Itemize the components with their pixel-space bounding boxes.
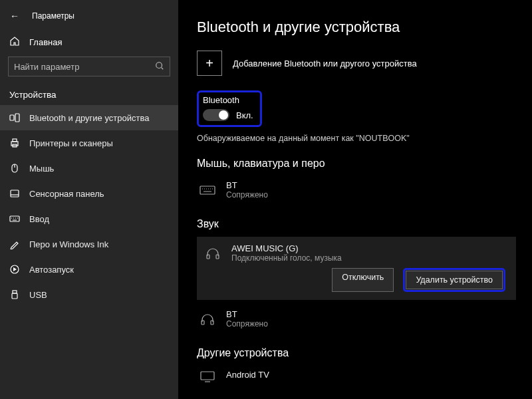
search-input[interactable]: Найти параметр xyxy=(8,57,170,76)
section-heading: Мышь, клавиатура и перо xyxy=(197,158,516,170)
svg-rect-8 xyxy=(10,216,19,221)
svg-rect-10 xyxy=(13,291,17,293)
pen-icon xyxy=(9,239,20,249)
device-row-keyboard[interactable]: BT Сопряжено xyxy=(197,176,516,203)
keyboard-icon xyxy=(9,213,20,224)
nav-typing[interactable]: Ввод xyxy=(0,206,178,231)
search-placeholder: Найти параметр xyxy=(14,62,79,72)
svg-rect-17 xyxy=(201,372,214,380)
section-sound: Звук AWEI MUSIC (G) Подключенный голос, … xyxy=(197,218,516,332)
nav-item-label: Перо и Windows Ink xyxy=(29,239,108,249)
toggle-knob xyxy=(219,110,228,120)
home-icon xyxy=(9,36,20,49)
nav-item-label: Мышь xyxy=(29,164,54,174)
nav-usb[interactable]: USB xyxy=(0,282,178,307)
nav-item-label: Ввод xyxy=(29,214,49,224)
headphones-icon xyxy=(203,247,222,260)
window-header: ← Параметры xyxy=(0,5,178,31)
search-icon xyxy=(155,61,164,72)
plus-icon: + xyxy=(205,56,213,71)
printer-icon xyxy=(9,138,20,148)
device-name: BT xyxy=(226,180,268,190)
bluetooth-toggle-block: Bluetooth Вкл. xyxy=(197,90,262,127)
main-content: Bluetooth и другие устройства + Добавлен… xyxy=(178,0,532,399)
svg-rect-16 xyxy=(211,321,213,325)
nav-mouse[interactable]: Мышь xyxy=(0,156,178,181)
mouse-icon xyxy=(9,163,20,174)
window-title: Параметры xyxy=(32,11,74,21)
device-status: Сопряжено xyxy=(226,190,268,200)
nav-item-label: Сенсорная панель xyxy=(29,189,104,199)
bluetooth-state: Вкл. xyxy=(236,110,253,120)
section-mouse-keyboard: Мышь, клавиатура и перо BT Сопряжено xyxy=(197,158,516,203)
sidebar: ← Параметры Главная Найти параметр Устро… xyxy=(0,0,178,399)
nav-autoplay[interactable]: Автозапуск xyxy=(0,257,178,282)
bluetooth-label: Bluetooth xyxy=(203,95,253,105)
disconnect-button[interactable]: Отключить xyxy=(332,268,394,292)
svg-point-0 xyxy=(156,62,162,68)
nav-item-label: USB xyxy=(29,290,47,300)
device-row-bt[interactable]: BT Сопряжено xyxy=(197,305,516,332)
device-name: AWEI MUSIC (G) xyxy=(231,243,342,253)
device-name: Android TV xyxy=(226,370,269,380)
nav-pen[interactable]: Перо и Windows Ink xyxy=(0,231,178,257)
device-row-tv[interactable]: Android TV xyxy=(197,366,516,387)
svg-rect-15 xyxy=(201,321,204,325)
svg-rect-7 xyxy=(11,190,19,197)
nav-printers[interactable]: Принтеры и сканеры xyxy=(0,130,178,156)
svg-rect-12 xyxy=(200,186,215,194)
add-device-row[interactable]: + Добавление Bluetooth или другого устро… xyxy=(197,51,516,76)
nav-item-label: Bluetooth и другие устройства xyxy=(29,113,149,123)
autoplay-icon xyxy=(9,264,20,275)
device-status: Подключенный голос, музыка xyxy=(231,253,342,263)
section-other: Другие устройства Android TV xyxy=(197,347,516,387)
nav-touchpad[interactable]: Сенсорная панель xyxy=(0,181,178,206)
nav-item-label: Автозапуск xyxy=(29,265,74,275)
add-button[interactable]: + xyxy=(197,51,222,76)
display-icon xyxy=(198,370,217,383)
sidebar-group-title: Устройства xyxy=(0,84,178,105)
svg-rect-14 xyxy=(216,255,219,259)
nav-bluetooth[interactable]: Bluetooth и другие устройства xyxy=(0,105,178,130)
svg-rect-1 xyxy=(10,115,14,120)
touchpad-icon xyxy=(9,188,20,199)
section-heading: Звук xyxy=(197,218,516,230)
remove-highlight: Удалить устройство xyxy=(403,268,505,292)
nav-item-label: Принтеры и сканеры xyxy=(29,138,113,148)
svg-rect-2 xyxy=(15,114,19,122)
page-title: Bluetooth и другие устройства xyxy=(197,19,516,36)
nav-home[interactable]: Главная xyxy=(0,31,178,55)
keyboard-icon xyxy=(198,184,217,197)
nav-home-label: Главная xyxy=(29,37,62,47)
svg-rect-13 xyxy=(207,255,209,259)
section-heading: Другие устройства xyxy=(197,347,516,359)
back-arrow-icon[interactable]: ← xyxy=(9,11,20,21)
device-card-awei[interactable]: AWEI MUSIC (G) Подключенный голос, музык… xyxy=(197,237,516,300)
svg-rect-4 xyxy=(13,139,17,142)
svg-rect-11 xyxy=(12,293,17,299)
usb-icon xyxy=(9,289,20,300)
bluetooth-toggle[interactable] xyxy=(203,109,229,121)
remove-device-button[interactable]: Удалить устройство xyxy=(406,271,503,289)
add-label: Добавление Bluetooth или другого устройс… xyxy=(233,59,417,68)
headphones-icon xyxy=(198,313,217,326)
bluetooth-devices-icon xyxy=(9,112,20,123)
device-name: BT xyxy=(226,309,268,319)
device-status: Сопряжено xyxy=(226,319,268,329)
discoverable-text: Обнаруживаемое на данный момент как "NOU… xyxy=(197,134,516,143)
